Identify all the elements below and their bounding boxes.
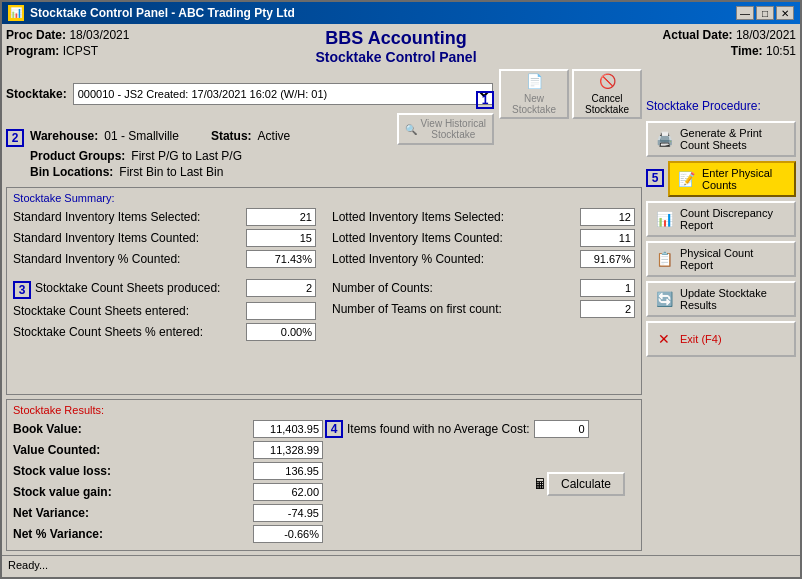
std-items-selected-row: Standard Inventory Items Selected: 21	[13, 208, 316, 226]
new-cancel-group: 📄 NewStocktake 🚫 CancelStocktake	[499, 69, 642, 119]
sheets-pct-value: 0.00%	[246, 323, 316, 341]
summary-right: Lotted Inventory Items Selected: 12 Lott…	[332, 208, 635, 344]
procedure-title-area: Stocktake Procedure:	[646, 99, 796, 113]
time-row: Time: 10:51	[663, 44, 796, 58]
sheets-pct-row: Stocktake Count Sheets % entered: 0.00%	[13, 323, 316, 341]
lotted-selected-row: Lotted Inventory Items Selected: 12	[332, 208, 635, 226]
new-stocktake-label: NewStocktake	[512, 93, 556, 115]
stocktake-row: Stocktake: 000010 - JS2 Created: 17/03/2…	[6, 69, 642, 119]
sheets-produced-label: Stocktake Count Sheets produced:	[35, 281, 220, 295]
badge-4: 4	[325, 420, 343, 438]
center-title: BBS Accounting Stocktake Control Panel	[315, 28, 476, 65]
proc-date-row: Proc Date: 18/03/2021	[6, 28, 129, 42]
generate-print-icon: 🖨️	[654, 129, 674, 149]
spacer2	[332, 271, 635, 279]
close-button[interactable]: ✕	[776, 6, 794, 20]
product-groups-label: Product Groups:	[30, 149, 125, 163]
bin-locations-label: Bin Locations:	[30, 165, 113, 179]
badge-5: 5	[646, 169, 664, 187]
exit-icon: ✕	[654, 329, 674, 349]
stock-gain-value: 62.00	[253, 483, 323, 501]
calc-icon: 🖩	[533, 476, 547, 492]
std-pct-row: Standard Inventory % Counted: 71.43%	[13, 250, 316, 268]
value-counted-label: Value Counted:	[13, 443, 100, 457]
title-controls: — □ ✕	[736, 6, 794, 20]
maximize-button[interactable]: □	[756, 6, 774, 20]
product-row: Product Groups: First P/G to Last P/G	[30, 149, 642, 163]
no-avg-cost-label: Items found with no Average Cost:	[347, 422, 530, 436]
lotted-counted-value: 11	[580, 229, 635, 247]
status-value: Active	[258, 129, 291, 147]
results-title-row: Stocktake Results:	[13, 404, 635, 416]
update-stocktake-button[interactable]: 🔄 Update StocktakeResults	[646, 281, 796, 317]
view-hist-icon: 🔍	[405, 124, 417, 135]
header-row: Proc Date: 18/03/2021 Program: ICPST BBS…	[6, 28, 796, 65]
enter-physical-button[interactable]: 📝 Enter PhysicalCounts	[668, 161, 796, 197]
time-value: 10:51	[766, 44, 796, 58]
calculate-label: Calculate	[561, 477, 611, 491]
badge-2-inline: 2	[6, 129, 24, 147]
summary-title-row: Stocktake Summary:	[13, 192, 635, 204]
summary-grid: Standard Inventory Items Selected: 21 St…	[13, 208, 635, 344]
sheets-entered-row: Stocktake Count Sheets entered:	[13, 302, 316, 320]
num-counts-label: Number of Counts:	[332, 281, 433, 295]
physical-count-icon: 📋	[654, 249, 674, 269]
value-counted: 11,328.99	[253, 441, 323, 459]
window-title: Stocktake Control Panel - ABC Trading Pt…	[30, 6, 295, 20]
stock-loss-label: Stock value loss:	[13, 464, 111, 478]
count-discrepancy-button[interactable]: 📊 Count DiscrepancyReport	[646, 201, 796, 237]
actual-date-row: Actual Date: 18/03/2021	[663, 28, 796, 42]
full-layout: Stocktake: 000010 - JS2 Created: 17/03/2…	[6, 69, 796, 551]
actual-date-label: Actual Date:	[663, 28, 733, 42]
std-pct-value: 71.43%	[246, 250, 316, 268]
new-stocktake-button[interactable]: 📄 NewStocktake	[499, 69, 569, 119]
value-counted-row: Value Counted: 11,328.99	[13, 441, 323, 459]
app-title: BBS Accounting	[315, 28, 476, 49]
net-variance-label: Net Variance:	[13, 506, 89, 520]
physical-count-button[interactable]: 📋 Physical CountReport	[646, 241, 796, 277]
num-teams-value: 2	[580, 300, 635, 318]
cancel-stocktake-label: CancelStocktake	[585, 93, 629, 115]
new-cancel-btns: 📄 NewStocktake 🚫 CancelStocktake	[499, 69, 642, 119]
net-variance-row: Net Variance: -74.95	[13, 504, 323, 522]
right-info: Actual Date: 18/03/2021 Time: 10:51	[663, 28, 796, 60]
view-historical-button[interactable]: 🔍 View HistoricalStocktake	[397, 113, 494, 145]
time-label: Time:	[731, 44, 763, 58]
summary-section: Stocktake Summary: Standard Inventory It…	[6, 187, 642, 395]
badge-3: 3	[13, 281, 31, 299]
product-groups-value: First P/G to Last P/G	[131, 149, 242, 163]
exit-button[interactable]: ✕ Exit (F4)	[646, 321, 796, 357]
net-variance-value: -74.95	[253, 504, 323, 522]
wh-status-row: 2 Warehouse: 01 - Smallville Status: Act…	[6, 129, 642, 147]
badge-1: 1	[476, 91, 494, 109]
main-content: Proc Date: 18/03/2021 Program: ICPST BBS…	[2, 24, 800, 555]
warehouse-label: Warehouse:	[30, 129, 98, 147]
stock-gain-row: Stock value gain: 62.00	[13, 483, 323, 501]
results-left: Book Value: 11,403.95 Value Counted: 11,…	[13, 420, 323, 546]
minimize-button[interactable]: —	[736, 6, 754, 20]
num-teams-row: Number of Teams on first count: 2	[332, 300, 635, 318]
title-bar: 📊 Stocktake Control Panel - ABC Trading …	[2, 2, 800, 24]
net-pct-label: Net % Variance:	[13, 527, 103, 541]
generate-print-button[interactable]: 🖨️ Generate & PrintCount Sheets	[646, 121, 796, 157]
procedure-title: Stocktake Procedure:	[646, 99, 761, 113]
title-bar-left: 📊 Stocktake Control Panel - ABC Trading …	[8, 5, 295, 21]
new-stocktake-icon: 📄	[526, 73, 543, 89]
badge3-sheets-row: 3 Stocktake Count Sheets produced: 2	[13, 279, 316, 300]
sheets-pct-label: Stocktake Count Sheets % entered:	[13, 325, 203, 339]
num-counts-value: 1	[580, 279, 635, 297]
status-bar: Ready...	[2, 555, 800, 577]
stock-loss-value: 136.95	[253, 462, 323, 480]
panel-subtitle: Stocktake Control Panel	[315, 49, 476, 65]
std-pct-label: Standard Inventory % Counted:	[13, 252, 180, 266]
cancel-stocktake-button[interactable]: 🚫 CancelStocktake	[572, 69, 642, 119]
calculate-button[interactable]: Calculate	[547, 472, 625, 496]
status-text: Ready...	[8, 559, 48, 571]
sheets-produced-value: 2	[246, 279, 316, 297]
bin-row: Bin Locations: First Bin to Last Bin	[30, 165, 642, 179]
bin-locations-value: First Bin to Last Bin	[119, 165, 223, 179]
status-label: Status:	[211, 129, 252, 147]
book-value: 11,403.95	[253, 420, 323, 438]
update-stocktake-label: Update StocktakeResults	[680, 287, 788, 311]
summary-left: Standard Inventory Items Selected: 21 St…	[13, 208, 316, 344]
